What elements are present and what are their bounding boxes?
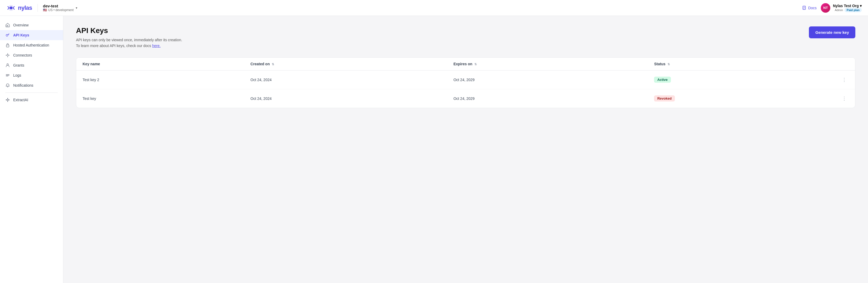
sidebar-label-grants: Grants	[13, 63, 24, 67]
cell-actions: ⋮	[833, 89, 855, 108]
user-name: Nylas Test Org	[833, 4, 859, 8]
status-badge: Revoked	[654, 95, 675, 102]
svg-point-7	[7, 64, 8, 65]
cell-key-name: Test key	[76, 89, 244, 108]
sort-icon-created: ⇅	[272, 63, 274, 66]
cell-created-on: Oct 24, 2024	[244, 89, 447, 108]
user-info: Nylas Test Org ▾ Admin Paid plan	[833, 4, 862, 12]
avatar: NT	[821, 3, 830, 13]
cell-expires-on: Oct 24, 2029	[447, 70, 648, 89]
cell-key-name: Test key 2	[76, 70, 244, 89]
more-options-button[interactable]: ⋮	[840, 76, 849, 84]
table-header-row: Key name Created on ⇅ Expires on ⇅ Statu…	[76, 58, 855, 70]
more-options-button[interactable]: ⋮	[840, 94, 849, 103]
app-header: nylas dev-test 🇺🇸 US • development ▾ Doc…	[0, 0, 868, 16]
col-header-created-on[interactable]: Created on ⇅	[244, 58, 447, 70]
docs-icon	[802, 6, 807, 10]
sidebar-label-extract-ai: ExtractAI	[13, 98, 28, 102]
key-icon	[5, 33, 10, 37]
user-role: Admin	[835, 8, 843, 11]
user-icon	[5, 63, 10, 68]
paid-badge: Paid plan	[844, 8, 862, 12]
page-title: API Keys	[76, 26, 182, 35]
user-section: NT Nylas Test Org ▾ Admin Paid plan	[821, 3, 862, 13]
chevron-down-icon: ▾	[76, 6, 77, 10]
workspace-name: dev-test	[43, 4, 73, 8]
sidebar-label-overview: Overview	[13, 23, 29, 27]
header-left: nylas dev-test 🇺🇸 US • development ▾	[6, 3, 77, 13]
status-badge: Active	[654, 77, 671, 83]
api-keys-table: Key name Created on ⇅ Expires on ⇅ Statu…	[76, 58, 855, 108]
api-keys-table-card: Key name Created on ⇅ Expires on ⇅ Statu…	[76, 57, 855, 108]
cell-expires-on: Oct 24, 2029	[447, 89, 648, 108]
workspace-sub: 🇺🇸 US • development	[43, 8, 73, 12]
sidebar-label-api-keys: API Keys	[13, 33, 29, 37]
header-right: Docs NT Nylas Test Org ▾ Admin Paid plan	[802, 3, 862, 13]
sidebar: Overview API Keys Hosted Authentication …	[0, 16, 63, 283]
table-row: Test key Oct 24, 2024 Oct 24, 2029 Revok…	[76, 89, 855, 108]
sort-icon-expires: ⇅	[474, 63, 477, 66]
sidebar-item-logs[interactable]: Logs	[0, 70, 63, 80]
sparkle-icon	[5, 97, 10, 102]
cell-status: Active	[648, 70, 833, 89]
svg-point-6	[7, 54, 8, 56]
sidebar-item-grants[interactable]: Grants	[0, 60, 63, 70]
sidebar-item-api-keys[interactable]: API Keys	[0, 30, 63, 40]
sidebar-divider	[5, 92, 58, 93]
sidebar-label-notifications: Notifications	[13, 83, 33, 87]
table-body: Test key 2 Oct 24, 2024 Oct 24, 2029 Act…	[76, 70, 855, 108]
sidebar-item-overview[interactable]: Overview	[0, 20, 63, 30]
col-header-actions	[833, 58, 855, 70]
page-header: API Keys API keys can only be viewed onc…	[76, 26, 855, 49]
col-header-key-name: Key name	[76, 58, 244, 70]
flag-icon: 🇺🇸	[43, 8, 47, 12]
docs-link[interactable]: Docs	[802, 6, 816, 10]
user-chevron-icon: ▾	[860, 4, 862, 8]
generate-key-button[interactable]: Generate new key	[809, 26, 855, 38]
sort-icon-status: ⇅	[668, 63, 670, 66]
workspace-env: US • development	[48, 8, 73, 12]
sidebar-label-hosted-auth: Hosted Authentication	[13, 43, 49, 47]
home-icon	[5, 23, 10, 27]
col-header-status[interactable]: Status ⇅	[648, 58, 833, 70]
table-row: Test key 2 Oct 24, 2024 Oct 24, 2029 Act…	[76, 70, 855, 89]
svg-rect-5	[6, 45, 9, 47]
sidebar-item-connectors[interactable]: Connectors	[0, 50, 63, 60]
svg-point-4	[6, 34, 8, 36]
page-description: API keys can only be viewed once, immedi…	[76, 37, 182, 49]
sidebar-item-hosted-auth[interactable]: Hosted Authentication	[0, 40, 63, 50]
col-header-expires-on[interactable]: Expires on ⇅	[447, 58, 648, 70]
plug-icon	[5, 53, 10, 58]
sidebar-item-notifications[interactable]: Notifications	[0, 80, 63, 90]
cell-created-on: Oct 24, 2024	[244, 70, 447, 89]
lock-icon	[5, 43, 10, 48]
cell-status: Revoked	[648, 89, 833, 108]
sidebar-label-logs: Logs	[13, 73, 21, 78]
bell-icon	[5, 83, 10, 88]
cell-actions: ⋮	[833, 70, 855, 89]
logo: nylas	[6, 3, 32, 13]
app-body: Overview API Keys Hosted Authentication …	[0, 16, 868, 283]
main-content: API Keys API keys can only be viewed onc…	[63, 16, 868, 283]
docs-link-inline[interactable]: here.	[152, 44, 161, 48]
sidebar-item-extract-ai[interactable]: ExtractAI	[0, 95, 63, 105]
page-header-text: API Keys API keys can only be viewed onc…	[76, 26, 182, 49]
sidebar-label-connectors: Connectors	[13, 53, 32, 57]
workspace-selector[interactable]: dev-test 🇺🇸 US • development ▾	[43, 4, 77, 12]
lines-icon	[5, 73, 10, 78]
